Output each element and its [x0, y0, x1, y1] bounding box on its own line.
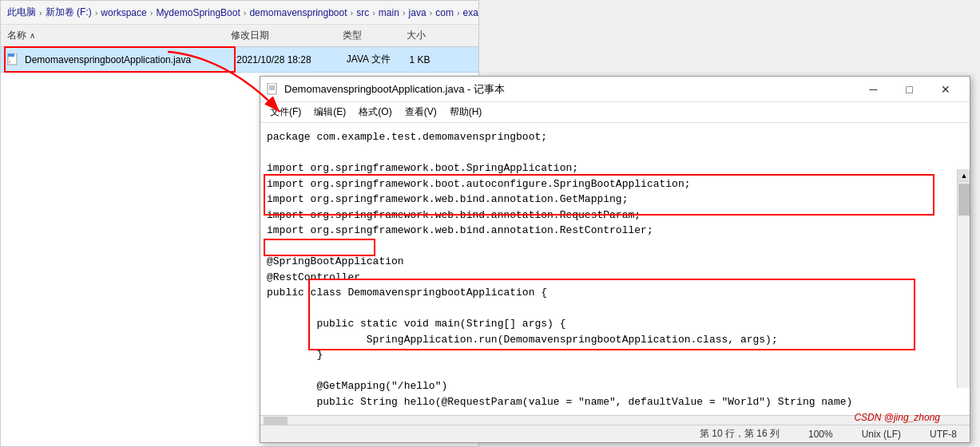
file-name: DemomavenspringbootApplication.java: [25, 54, 236, 65]
notepad-statusbar: 第 10 行，第 16 列 100% Unix (LF) UTF-8: [260, 425, 970, 442]
notepad-menubar: 文件(F) 编辑(E) 格式(O) 查看(V) 帮助(H): [260, 102, 970, 123]
h-scrollbar-thumb[interactable]: [264, 417, 288, 425]
svg-rect-4: [268, 83, 276, 94]
breadcrumb-item[interactable]: workspace: [101, 7, 146, 18]
notepad-content[interactable]: package com.example.test.demomavenspring…: [260, 123, 970, 415]
file-row[interactable]: J DemomavenspringbootApplication.java 20…: [1, 47, 478, 73]
svg-text:J: J: [9, 60, 10, 64]
column-type[interactable]: 类型: [343, 29, 407, 42]
file-type: JAVA 文件: [347, 53, 410, 66]
breadcrumb-item[interactable]: demomavenspringboot: [249, 7, 347, 18]
menu-help[interactable]: 帮助(H): [443, 104, 489, 121]
notepad-title: DemomavenspringbootApplication.java - 记事…: [267, 82, 505, 97]
breadcrumb-item[interactable]: com: [435, 7, 454, 18]
notepad-titlebar: DemomavenspringbootApplication.java - 记事…: [260, 77, 970, 102]
file-date: 2021/10/28 18:28: [236, 54, 347, 65]
breadcrumb-item[interactable]: 新加卷 (F:): [46, 6, 92, 19]
svg-rect-1: [8, 53, 14, 57]
breadcrumb-item[interactable]: example: [463, 7, 478, 18]
menu-view[interactable]: 查看(V): [399, 104, 443, 121]
close-button[interactable]: ✕: [927, 77, 963, 102]
notepad-icon: [267, 83, 280, 96]
zoom-level: 100%: [802, 429, 839, 440]
encoding: UTF-8: [923, 429, 963, 440]
column-header: 名称 ∧ 修改日期 类型 大小: [1, 25, 478, 47]
code-area[interactable]: package com.example.test.demomavenspring…: [260, 126, 970, 412]
column-name[interactable]: 名称 ∧: [7, 29, 231, 42]
breadcrumb[interactable]: 此电脑 › 新加卷 (F:) › workspace › MydemoSprin…: [1, 1, 478, 25]
breadcrumb-item[interactable]: main: [379, 7, 399, 18]
breadcrumb-item[interactable]: src: [356, 7, 369, 18]
csdn-watermark: CSDN @jing_zhong: [854, 412, 940, 423]
column-date[interactable]: 修改日期: [231, 29, 343, 42]
maximize-button[interactable]: □: [891, 77, 927, 102]
scrollbar-up-button[interactable]: ▲: [958, 169, 970, 182]
breadcrumb-item[interactable]: 此电脑: [7, 6, 36, 19]
notepad-window: DemomavenspringbootApplication.java - 记事…: [260, 76, 970, 443]
titlebar-controls: ─ □ ✕: [855, 77, 963, 102]
minimize-button[interactable]: ─: [855, 77, 891, 102]
menu-edit[interactable]: 编辑(E): [307, 104, 352, 121]
menu-format[interactable]: 格式(O): [352, 104, 398, 121]
scrollbar-thumb[interactable]: [958, 184, 970, 216]
sort-arrow-icon: ∧: [30, 31, 35, 40]
column-size[interactable]: 大小: [407, 29, 470, 42]
breadcrumb-item[interactable]: java: [409, 7, 427, 18]
breadcrumb-item[interactable]: MydemoSpringBoot: [156, 7, 240, 18]
cursor-position: 第 10 行，第 16 列: [693, 427, 786, 441]
file-size: 1 KB: [409, 54, 472, 65]
line-ending: Unix (LF): [855, 429, 907, 440]
menu-file[interactable]: 文件(F): [264, 104, 307, 121]
vertical-scrollbar[interactable]: ▲: [957, 169, 970, 388]
java-file-icon: J: [7, 53, 20, 66]
